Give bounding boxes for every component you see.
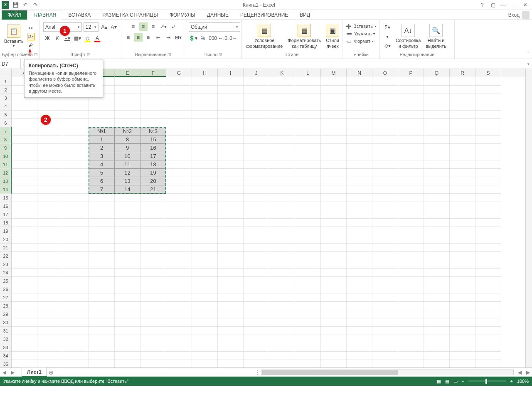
cell[interactable] <box>115 327 140 335</box>
cell[interactable]: №3 <box>140 127 166 136</box>
cell[interactable]: 20 <box>140 177 166 185</box>
cell[interactable] <box>140 244 166 252</box>
cell[interactable] <box>295 152 321 160</box>
cell[interactable] <box>424 260 450 269</box>
cell[interactable] <box>244 235 269 244</box>
name-box[interactable]: D7 <box>0 59 21 69</box>
cell[interactable] <box>166 86 192 94</box>
cell[interactable] <box>140 327 166 335</box>
cell[interactable] <box>398 277 424 285</box>
cell[interactable] <box>12 119 37 127</box>
cell[interactable] <box>372 119 398 127</box>
cell[interactable] <box>63 302 89 310</box>
sheet-nav-prev-icon[interactable]: ◀ <box>0 370 8 375</box>
clear-icon[interactable]: ◇▾ <box>383 42 392 50</box>
cell[interactable] <box>63 169 89 177</box>
cell[interactable] <box>218 343 244 352</box>
cell[interactable] <box>115 310 140 318</box>
cell[interactable] <box>218 360 244 367</box>
cell[interactable] <box>424 111 450 119</box>
font-color-button[interactable]: A <box>93 34 101 42</box>
cell[interactable] <box>475 310 501 318</box>
cell[interactable] <box>424 343 450 352</box>
sheet-nav-next-icon[interactable]: ▶ <box>8 370 17 375</box>
cell[interactable] <box>450 202 475 210</box>
cell[interactable] <box>63 260 89 269</box>
cell[interactable] <box>347 260 372 269</box>
cell[interactable] <box>244 144 269 152</box>
cell[interactable] <box>398 293 424 302</box>
cell[interactable] <box>63 160 89 169</box>
cell[interactable] <box>450 94 475 102</box>
cell[interactable] <box>295 244 321 252</box>
cell[interactable] <box>244 177 269 185</box>
cell[interactable] <box>244 244 269 252</box>
row-header[interactable]: 31 <box>0 327 12 335</box>
cell[interactable] <box>424 77 450 86</box>
zoom-slider[interactable] <box>468 380 506 382</box>
cell[interactable]: 15 <box>140 136 166 144</box>
save-icon[interactable]: 💾 <box>12 1 19 9</box>
cell[interactable] <box>450 260 475 269</box>
cell[interactable] <box>166 94 192 102</box>
cell[interactable] <box>372 277 398 285</box>
cell[interactable] <box>321 343 347 352</box>
cell[interactable] <box>295 302 321 310</box>
row-header[interactable]: 11 <box>0 160 12 169</box>
cell[interactable] <box>424 227 450 235</box>
merge-button[interactable]: ⊞▾ <box>174 33 182 42</box>
cell[interactable] <box>475 327 501 335</box>
cell[interactable] <box>89 235 115 244</box>
cell[interactable] <box>398 152 424 160</box>
cell[interactable] <box>347 177 372 185</box>
cell[interactable] <box>12 160 37 169</box>
cell[interactable] <box>63 310 89 318</box>
cell[interactable] <box>321 219 347 227</box>
col-header-L[interactable]: L <box>295 69 321 77</box>
cell[interactable] <box>321 77 347 86</box>
cell[interactable] <box>450 152 475 160</box>
cell[interactable] <box>321 327 347 335</box>
cell[interactable] <box>398 111 424 119</box>
horizontal-scrollbar[interactable] <box>261 370 514 375</box>
cell[interactable] <box>295 136 321 144</box>
cell[interactable] <box>424 144 450 152</box>
row-header[interactable]: 8 <box>0 136 12 144</box>
cell[interactable] <box>321 318 347 327</box>
cell[interactable] <box>450 160 475 169</box>
cell[interactable] <box>12 227 37 235</box>
cell[interactable] <box>424 169 450 177</box>
tab-view[interactable]: ВИД <box>294 10 316 20</box>
cell[interactable] <box>192 235 218 244</box>
cell[interactable] <box>89 119 115 127</box>
cell[interactable] <box>321 252 347 260</box>
inc-decimal-icon[interactable]: ←.0 <box>219 34 227 42</box>
cell[interactable] <box>115 102 140 111</box>
cell[interactable] <box>63 327 89 335</box>
cell[interactable] <box>166 360 192 367</box>
cell[interactable] <box>244 77 269 86</box>
cell[interactable] <box>450 136 475 144</box>
cell[interactable] <box>140 219 166 227</box>
cell[interactable] <box>63 343 89 352</box>
cell[interactable] <box>140 302 166 310</box>
col-header-Q[interactable]: Q <box>424 69 450 77</box>
tab-review[interactable]: РЕЦЕНЗИРОВАНИЕ <box>234 10 294 20</box>
cell[interactable] <box>140 343 166 352</box>
copy-icon[interactable]: ⧉▾ <box>27 33 34 40</box>
cell[interactable] <box>424 119 450 127</box>
cell[interactable] <box>450 219 475 227</box>
cell[interactable] <box>218 194 244 202</box>
delete-cells-button[interactable]: ➖Удалить▾ <box>346 30 376 37</box>
cell[interactable] <box>295 185 321 194</box>
cell[interactable] <box>269 160 295 169</box>
cell[interactable] <box>166 127 192 136</box>
row-header[interactable]: 22 <box>0 252 12 260</box>
row-header[interactable]: 35 <box>0 360 12 367</box>
tab-home[interactable]: ГЛАВНАЯ <box>27 10 62 20</box>
cell[interactable] <box>37 277 63 285</box>
sort-filter-button[interactable]: A↓Сортировкаи фильтр <box>393 23 423 49</box>
row-header[interactable]: 4 <box>0 102 12 111</box>
cell[interactable] <box>372 144 398 152</box>
cell[interactable] <box>475 77 501 86</box>
